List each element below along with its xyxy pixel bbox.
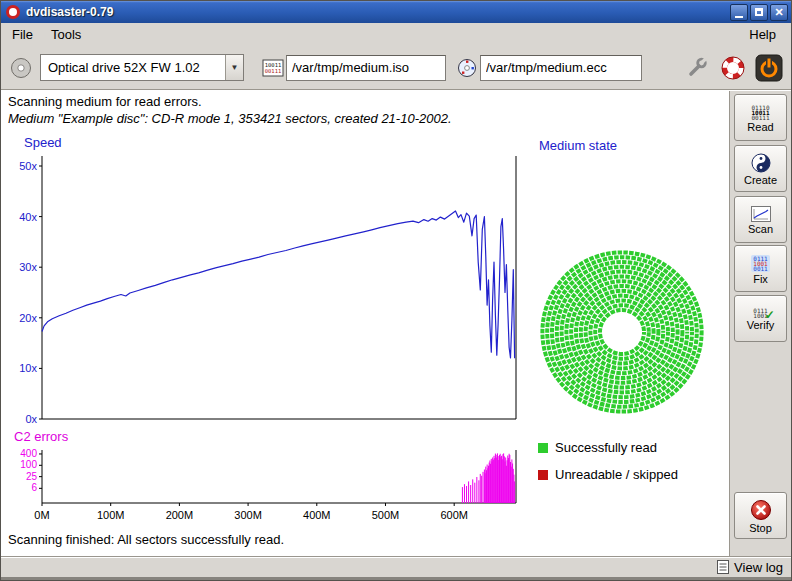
drive-icon: [8, 55, 34, 81]
svg-text:20x: 20x: [19, 312, 37, 324]
main-canvas: Scanning medium for read errors. Medium …: [1, 91, 729, 556]
scan-chart-icon: [751, 206, 771, 222]
yin-yang-icon: [751, 153, 771, 173]
menu-tools[interactable]: Tools: [42, 24, 90, 45]
svg-text:200M: 200M: [166, 509, 194, 521]
svg-text:500M: 500M: [372, 509, 400, 521]
help-button[interactable]: [718, 53, 748, 83]
medium-state-disc: [532, 242, 712, 422]
read-button[interactable]: 011101001100111 Read: [734, 94, 787, 141]
drive-selector-value: Optical drive 52X FW 1.02: [41, 60, 225, 75]
svg-text:30x: 30x: [19, 261, 37, 273]
legend-item-read: Successfully read: [538, 440, 657, 455]
app-window: dvdisaster-0.79 ✕ File Tools Help Optica…: [0, 0, 792, 581]
view-log-button[interactable]: View log: [717, 560, 783, 575]
create-button-label: Create: [744, 174, 777, 186]
ecc-path-input[interactable]: [480, 55, 642, 81]
iso-path-input[interactable]: [286, 55, 446, 81]
svg-text:100: 100: [20, 459, 37, 470]
status-line-1: Scanning medium for read errors.: [8, 94, 202, 109]
c2-errors-chart-title: C2 errors: [14, 429, 68, 444]
menu-file[interactable]: File: [3, 24, 42, 45]
drive-selector[interactable]: Optical drive 52X FW 1.02 ▼: [40, 54, 244, 81]
legend-swatch-green: [538, 443, 548, 453]
svg-text:300M: 300M: [234, 509, 262, 521]
speed-chart-title: Speed: [24, 135, 62, 150]
svg-text:40x: 40x: [19, 211, 37, 223]
fix-button-label: Fix: [753, 273, 768, 285]
minimize-icon: [735, 16, 743, 18]
menubar: File Tools Help: [1, 23, 791, 46]
read-button-label: Read: [747, 121, 773, 133]
verify-button[interactable]: 01111001 ✓ Verify: [734, 295, 787, 342]
svg-text:0x: 0x: [25, 413, 37, 425]
svg-text:50x: 50x: [19, 160, 37, 172]
power-icon: [755, 54, 783, 82]
preferences-button[interactable]: [682, 53, 712, 83]
scan-result-status: Scanning finished: All sectors successfu…: [8, 532, 284, 547]
close-icon: ✕: [774, 7, 783, 18]
svg-text:600M: 600M: [440, 509, 468, 521]
iso-file-icon: 10011 00111: [260, 55, 286, 81]
menu-help[interactable]: Help: [740, 24, 785, 45]
c2-errors-chart: 6251004000M100M200M300M400M500M600M: [8, 446, 722, 524]
stop-button-label: Stop: [749, 522, 772, 534]
svg-text:0M: 0M: [34, 509, 49, 521]
svg-text:400: 400: [20, 448, 37, 459]
window-bottom-border: [1, 577, 791, 580]
toolbar: Optical drive 52X FW 1.02 ▼ 10011 00111: [1, 46, 791, 89]
stop-icon: [750, 499, 772, 521]
ecc-file-icon: [454, 55, 480, 81]
status-line-2: Medium "Example disc": CD-R mode 1, 3534…: [8, 111, 452, 126]
quit-button[interactable]: [754, 53, 784, 83]
read-icon: 011101001100111: [751, 105, 769, 120]
app-icon: [6, 5, 20, 19]
scan-button[interactable]: Scan: [734, 196, 787, 243]
legend-label-read: Successfully read: [555, 440, 657, 455]
legend-swatch-red: [538, 470, 548, 480]
lifesaver-icon: [720, 55, 746, 81]
svg-text:6: 6: [31, 482, 37, 493]
medium-state-title: Medium state: [539, 138, 617, 153]
window-title: dvdisaster-0.79: [26, 5, 728, 19]
titlebar[interactable]: dvdisaster-0.79 ✕: [1, 1, 791, 23]
fix-button[interactable]: 011110010011 Fix: [734, 245, 787, 292]
svg-text:100M: 100M: [97, 509, 125, 521]
action-sidebar: 011101001100111 Read Create Scan: [730, 91, 791, 556]
legend-label-unreadable: Unreadable / skipped: [555, 467, 678, 482]
create-button[interactable]: Create: [734, 145, 787, 192]
close-button[interactable]: ✕: [770, 4, 788, 21]
svg-text:10x: 10x: [19, 362, 37, 374]
view-log-label: View log: [734, 560, 783, 575]
statusbar: View log: [1, 556, 791, 577]
wrench-icon: [685, 56, 709, 80]
legend-item-unreadable: Unreadable / skipped: [538, 467, 678, 482]
chevron-down-icon: ▼: [225, 55, 243, 80]
svg-text:00111: 00111: [265, 68, 282, 74]
svg-text:400M: 400M: [303, 509, 331, 521]
fix-icon: 011110010011: [751, 255, 769, 272]
checkmark-icon: ✓: [765, 309, 775, 321]
maximize-button[interactable]: [750, 4, 768, 21]
minimize-button[interactable]: [730, 4, 748, 21]
maximize-icon: [755, 8, 763, 16]
scan-button-label: Scan: [748, 223, 773, 235]
svg-text:25: 25: [26, 471, 38, 482]
log-icon: [717, 560, 729, 574]
stop-button[interactable]: Stop: [734, 492, 787, 539]
